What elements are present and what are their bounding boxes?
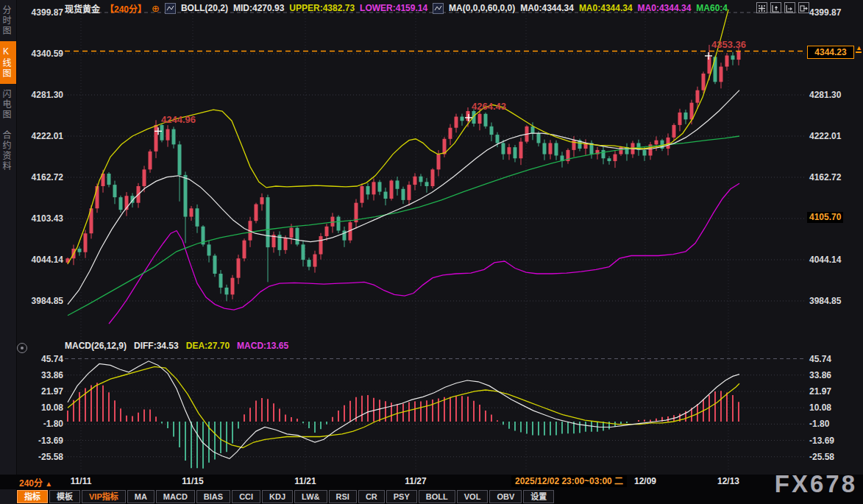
axis-label-left: -1.80 [16,419,63,429]
axis-label-right: 45.74 [809,354,831,364]
period-up-triangle-icon: ▲ [45,480,52,488]
date-tick: 11/21 [289,476,322,486]
link-circle-icon[interactable]: ⊕ [152,3,160,14]
period-indicator[interactable]: 240分 ▲ [19,476,52,489]
axis-label-left: 4222.01 [16,131,63,141]
axis-label-right: 4222.01 [809,131,841,141]
chart-canvas[interactable]: 4244.964264.434353.36 [0,0,863,504]
date-tick: 11/27 [399,476,432,486]
axis-label-right: 4281.30 [809,90,841,100]
period-label: 【240分】 [105,2,146,15]
session-tooltip: 2025/12/02 23:00~03:00 二 [511,475,627,487]
ma0-yellow-value: MA0:4344.34 [579,3,633,13]
candles [66,45,741,301]
axis-label-right: 4399.87 [809,7,841,18]
chart-header: 现货黄金 【240分】 ⊕ BOLL(20,2) MID:4270.93 UPP… [65,1,728,15]
ma60-value: MA60:4 [696,3,728,13]
axis-label-left: -25.58 [16,452,63,462]
boll-upper-value: UPPER:4382.73 [289,3,355,13]
scale-up-icon[interactable] [770,2,781,13]
toolbar-btn-设置[interactable]: 设置 [523,490,554,503]
axis-label-left: 4162.72 [16,172,63,182]
toolbar-btn-指标[interactable]: 指标 [17,490,48,503]
date-axis: 240分 ▲ 2025/12/02 23:00~03:00 二 11/1111/… [0,475,863,489]
axis-label-left: 4044.14 [16,255,63,265]
ma-name: MA(0,0,0,60,0,0) [449,3,515,13]
toolbar-btn-OBV[interactable]: OBV [489,490,522,503]
svg-text:4264.43: 4264.43 [472,101,506,112]
grid-move-icon[interactable] [756,2,767,13]
axis-label-left: 45.74 [16,354,63,364]
symbol-name: 现货黄金 [65,2,100,15]
ma-indicator-icon[interactable] [433,3,444,14]
watermark: FX678 [775,470,857,498]
axis-label-right: 33.86 [809,370,831,380]
axis-label-right: 21.97 [809,386,831,397]
date-tick: 11/15 [177,476,209,486]
toolbar-btn-PSY[interactable]: PSY [386,490,417,503]
price-arrow-icon[interactable]: ▲ [856,46,862,53]
toolbar-btn-KDJ[interactable]: KDJ [262,490,293,503]
macd-macd-value: MACD:13.65 [237,341,288,351]
date-tick: 12/09 [629,476,661,486]
svg-text:4353.36: 4353.36 [711,39,746,50]
secondary-price-label: 4105.70 [807,212,843,223]
boll-indicator-icon[interactable] [165,3,176,14]
macd-header: MACD(26,12,9) DIFF:34.53 DEA:27.70 MACD:… [65,341,288,351]
collapse-right-icon[interactable] [798,2,809,13]
date-tick: 12/13 [712,476,745,486]
macd-histogram [68,383,739,468]
axis-label-left: -13.69 [16,436,63,446]
axis-label-left: 4340.59 [16,49,63,59]
indicator-toolbar: 指标模板VIP指标MAMACDBIASCCIKDJLW&RSICRPSYBOLL… [16,489,863,504]
current-price-box: 4344.23 [807,46,854,59]
toolbar-btn-RSI[interactable]: RSI [329,490,357,503]
axis-label-right: 3984.85 [809,296,841,306]
macd-name: MACD(26,12,9) [65,341,127,351]
axis-label-left: 3984.85 [16,296,63,306]
axis-label-left: 10.08 [16,402,63,413]
axis-label-left: 33.86 [16,370,63,380]
toolbar-btn-MACD[interactable]: MACD [156,490,195,503]
ma0-white-value: MA0:4344.34 [520,3,574,13]
chart-app: 分时图K线图闪电图合约资料 现货黄金 【240分】 ⊕ BOLL(20,2) M… [0,0,863,504]
toolbar-btn-VOL[interactable]: VOL [457,490,489,503]
axis-label-left: 4281.30 [16,90,63,100]
axis-label-left: 4103.43 [16,213,63,224]
boll-mid-value: MID:4270.93 [233,3,284,13]
scale-right-icon[interactable] [784,2,795,13]
toolbar-btn-MA[interactable]: MA [127,490,155,503]
toolbar-btn-VIP指标[interactable]: VIP指标 [82,490,126,503]
toolbar-btn-CCI[interactable]: CCI [232,490,260,503]
toolbar-btn-CR[interactable]: CR [358,490,385,503]
axis-label-right: -25.58 [809,452,834,462]
axis-label-right: 10.08 [809,402,831,413]
crosshair-target-icon[interactable] [17,343,27,353]
toolbar-btn-BIAS[interactable]: BIAS [196,490,230,503]
macd-diff-value: DIFF:34.53 [134,341,179,351]
axis-label-left: 4399.87 [16,7,63,18]
axis-label-right: 4162.72 [809,172,841,182]
date-tick: 11/11 [65,476,97,486]
axis-label-right: -1.80 [809,419,829,429]
axis-label-right: -13.69 [809,436,834,446]
boll-name: BOLL(20,2) [181,3,228,13]
toolbar-btn-模板[interactable]: 模板 [49,490,80,503]
toolbar-btn-BOLL[interactable]: BOLL [419,490,455,503]
axis-label-left: 21.97 [16,386,63,397]
toolbar-btn-LW&[interactable]: LW& [294,490,327,503]
chart-tools [756,2,809,13]
ma0-magenta-value: MA0:4344.34 [638,3,692,13]
svg-text:4244.96: 4244.96 [161,114,196,125]
axis-label-right: 4044.14 [809,255,841,265]
macd-dea-value: DEA:27.70 [186,341,230,351]
boll-lower-value: LOWER:4159.14 [360,3,427,13]
